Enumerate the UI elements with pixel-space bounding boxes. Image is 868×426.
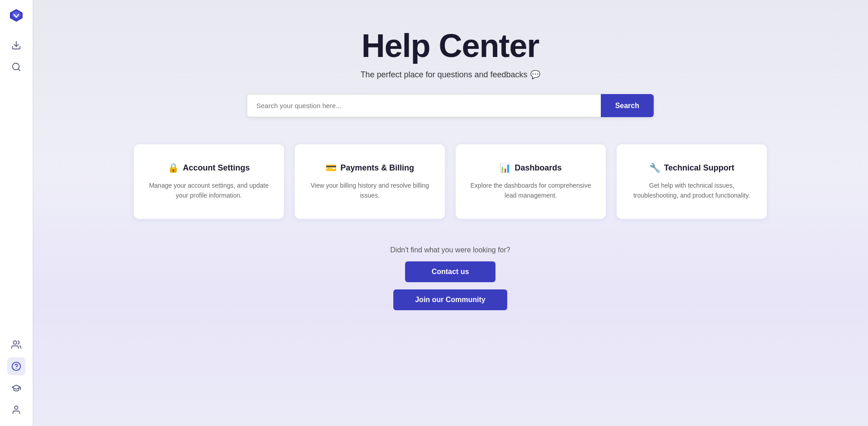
account-settings-title: 🔒 Account Settings: [148, 162, 269, 173]
search-sidebar-icon[interactable]: [7, 58, 25, 76]
svg-line-2: [18, 69, 20, 71]
hero-section: Help Center The perfect place for questi…: [51, 27, 850, 117]
profile-sidebar-icon[interactable]: [7, 401, 25, 419]
page-title: Help Center: [361, 27, 539, 64]
chat-icon: 💬: [530, 70, 540, 80]
subtitle-text: The perfect place for questions and feed…: [360, 70, 527, 80]
account-settings-icon: 🔒: [168, 162, 179, 173]
subtitle: The perfect place for questions and feed…: [360, 70, 540, 80]
footer-cta: Didn't find what you were looking for? C…: [390, 246, 510, 310]
search-button[interactable]: Search: [601, 94, 654, 117]
team-sidebar-icon[interactable]: [7, 336, 25, 354]
payments-billing-icon: 💳: [326, 162, 337, 173]
dashboards-card[interactable]: 📊 Dashboards Explore the dashboards for …: [456, 144, 606, 219]
logo[interactable]: [8, 7, 24, 25]
technical-support-desc: Get help with technical issues, troubles…: [631, 180, 752, 201]
technical-support-card[interactable]: 🔧 Technical Support Get help with techni…: [617, 144, 767, 219]
dashboards-title: 📊 Dashboards: [470, 162, 591, 173]
main-content: Help Center The perfect place for questi…: [33, 0, 868, 426]
search-input[interactable]: [247, 94, 601, 117]
svg-point-6: [14, 406, 18, 409]
academy-sidebar-icon[interactable]: [7, 379, 25, 397]
payments-billing-card[interactable]: 💳 Payments & Billing View your billing h…: [295, 144, 445, 219]
dashboards-icon: 📊: [500, 162, 511, 173]
technical-support-title: 🔧 Technical Support: [631, 162, 752, 173]
search-bar: Search: [247, 94, 654, 117]
help-sidebar-icon[interactable]: [7, 357, 25, 375]
not-found-text: Didn't find what you were looking for?: [390, 246, 510, 254]
account-settings-desc: Manage your account settings, and update…: [148, 180, 269, 201]
technical-support-icon: 🔧: [649, 162, 660, 173]
sidebar: [0, 0, 33, 426]
join-community-button[interactable]: Join our Community: [393, 289, 507, 310]
svg-point-3: [14, 341, 17, 344]
cards-section: 🔒 Account Settings Manage your account s…: [134, 144, 767, 219]
account-settings-card[interactable]: 🔒 Account Settings Manage your account s…: [134, 144, 284, 219]
download-sidebar-icon[interactable]: [7, 36, 25, 54]
dashboards-desc: Explore the dashboards for comprehensive…: [470, 180, 591, 201]
payments-billing-title: 💳 Payments & Billing: [309, 162, 430, 173]
contact-us-button[interactable]: Contact us: [405, 261, 495, 282]
payments-billing-desc: View your billing history and resolve bi…: [309, 180, 430, 201]
